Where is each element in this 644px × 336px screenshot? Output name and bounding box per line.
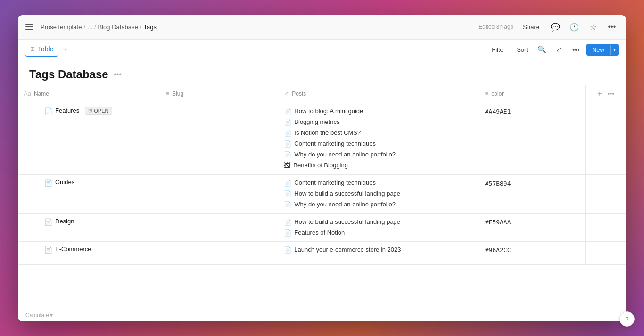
- extra-cell-2: [586, 213, 626, 241]
- help-button[interactable]: ?: [619, 311, 635, 327]
- post-text-1-2: Why do you need an online portfolio?: [294, 200, 396, 209]
- more-toolbar-icon[interactable]: •••: [570, 43, 583, 56]
- post-item-0-3[interactable]: 📄Content marketing techniques: [284, 139, 473, 148]
- row-add-button-2[interactable]: +: [24, 219, 32, 227]
- name-col-icon: Aa: [24, 90, 31, 97]
- add-view-button[interactable]: +: [60, 44, 71, 55]
- search-icon[interactable]: 🔍: [536, 43, 549, 56]
- tab-table-label: Table: [38, 45, 53, 53]
- breadcrumb-parent[interactable]: Blog Database: [98, 24, 138, 31]
- post-item-1-0[interactable]: 📄Content marketing techniques: [284, 179, 473, 188]
- row-add-button-1[interactable]: +: [24, 180, 32, 188]
- page-menu-button[interactable]: •••: [112, 69, 124, 80]
- name-icon-0: 📄: [44, 107, 52, 115]
- data-table: Aa Name ≡ Slug ↗ Posts: [18, 85, 626, 265]
- post-item-2-1[interactable]: 📄Features of Notion: [284, 229, 473, 238]
- post-text-0-4: Why do you need an online portfolio?: [294, 150, 396, 159]
- color-value-2: #E59AAA: [485, 219, 511, 226]
- main-window: Prose template / ... / Blog Database / T…: [18, 15, 626, 321]
- post-item-3-0[interactable]: 📄Launch your e-commerce store in 2023: [284, 246, 473, 254]
- post-item-0-5[interactable]: 🖼Benefits of Blogging: [284, 161, 473, 171]
- more-options-icon[interactable]: •••: [605, 20, 619, 33]
- menu-icon[interactable]: [25, 22, 35, 32]
- table-row: + ⠿ 📄 Features ⊡OPEN 📄How to blog: A min…: [18, 103, 626, 175]
- favorite-icon[interactable]: ☆: [586, 20, 600, 33]
- post-icon-1-2: 📄: [284, 201, 291, 209]
- post-item-1-2[interactable]: 📄Why do you need an online portfolio?: [284, 200, 473, 209]
- post-item-1-1[interactable]: 📄How to build a successful landing page: [284, 189, 473, 198]
- toolbar: ⊞ Table + Filter Sort 🔍 ⤢ ••• New ▾: [18, 40, 626, 60]
- slug-col-label: Slug: [172, 90, 183, 97]
- col-header-color: ≡ color: [479, 85, 586, 103]
- name-cell-1[interactable]: + ⠿ 📄 Guides: [18, 175, 160, 214]
- color-value-3: #96A2CC: [485, 246, 511, 254]
- posts-cell-0: 📄How to blog: A mini guide📄Blogging metr…: [278, 103, 479, 175]
- history-icon[interactable]: 🕐: [568, 20, 581, 33]
- post-text-0-0: How to blog: A mini guide: [294, 107, 363, 115]
- open-icon-0: ⊡: [88, 108, 92, 113]
- post-item-0-0[interactable]: 📄How to blog: A mini guide: [284, 107, 473, 116]
- post-item-0-2[interactable]: 📄Is Notion the best CMS?: [284, 129, 473, 138]
- name-cell-0[interactable]: + ⠿ 📄 Features ⊡OPEN: [18, 103, 160, 175]
- new-button-group: New ▾: [586, 44, 619, 56]
- name-cell-3[interactable]: + ⠿ 📄 E-Commerce: [18, 241, 160, 264]
- row-add-button-3[interactable]: +: [24, 246, 32, 255]
- link-icon[interactable]: ⤢: [553, 43, 566, 56]
- row-drag-button-2[interactable]: ⠿: [33, 219, 41, 227]
- posts-col-icon: ↗: [284, 90, 289, 97]
- comments-icon[interactable]: 💬: [549, 20, 562, 33]
- color-col-icon: ≡: [485, 90, 489, 97]
- tab-table[interactable]: ⊞ Table: [25, 42, 58, 57]
- breadcrumb-root[interactable]: Prose template: [41, 24, 82, 31]
- table-row: + ⠿ 📄 Guides 📄Content marketing techniqu…: [18, 175, 626, 214]
- post-text-0-1: Blogging metrics: [294, 118, 339, 126]
- post-icon-3-0: 📄: [284, 246, 291, 254]
- more-columns-button[interactable]: •••: [606, 88, 617, 99]
- row-drag-button-3[interactable]: ⠿: [33, 246, 41, 255]
- table-header-row: Aa Name ≡ Slug ↗ Posts: [18, 85, 626, 103]
- post-icon-2-0: 📄: [284, 218, 291, 227]
- row-drag-button-0[interactable]: ⠿: [33, 108, 41, 116]
- color-col-label: color: [491, 90, 504, 97]
- breadcrumb-ellipsis[interactable]: ...: [87, 24, 92, 31]
- open-badge-0[interactable]: ⊡OPEN: [85, 107, 112, 115]
- sort-button[interactable]: Sort: [513, 44, 532, 55]
- col-header-add: + •••: [586, 85, 626, 103]
- post-text-2-0: How to build a successful landing page: [294, 218, 400, 226]
- new-button[interactable]: New: [586, 44, 610, 56]
- posts-cell-1: 📄Content marketing techniques📄How to bui…: [278, 175, 479, 214]
- page-header: Tags Database •••: [18, 60, 626, 85]
- color-value-0: #A49AE1: [485, 108, 511, 115]
- calculate-button[interactable]: Calculate ▾: [25, 312, 53, 319]
- post-text-1-0: Content marketing techniques: [294, 179, 376, 187]
- add-column-button[interactable]: +: [595, 88, 603, 100]
- slug-cell-2: [160, 213, 278, 241]
- table-row: + ⠿ 📄 E-Commerce 📄Launch your e-commerce…: [18, 241, 626, 264]
- titlebar: Prose template / ... / Blog Database / T…: [18, 15, 626, 40]
- toolbar-right: Filter Sort 🔍 ⤢ ••• New ▾: [488, 43, 619, 56]
- post-item-0-4[interactable]: 📄Why do you need an online portfolio?: [284, 150, 473, 159]
- row-add-button-0[interactable]: +: [24, 108, 32, 116]
- name-icon-1: 📄: [44, 179, 52, 187]
- titlebar-left: Prose template / ... / Blog Database / T…: [25, 22, 157, 32]
- slug-cell-1: [160, 175, 278, 214]
- table-container[interactable]: Aa Name ≡ Slug ↗ Posts: [18, 85, 626, 309]
- new-button-chevron[interactable]: ▾: [610, 45, 619, 55]
- share-button[interactable]: Share: [519, 22, 543, 33]
- row-drag-button-1[interactable]: ⠿: [33, 180, 41, 188]
- extra-cell-3: [586, 241, 626, 264]
- name-cell-2[interactable]: + ⠿ 📄 Design: [18, 213, 160, 241]
- slug-col-icon: ≡: [166, 90, 170, 97]
- post-item-2-0[interactable]: 📄How to build a successful landing page: [284, 218, 473, 227]
- filter-button[interactable]: Filter: [488, 44, 509, 55]
- name-icon-2: 📄: [44, 218, 52, 226]
- color-cell-2: #E59AAA ⎘: [479, 213, 586, 241]
- breadcrumb-sep-1: /: [83, 24, 85, 31]
- post-icon-0-2: 📄: [284, 129, 291, 138]
- post-text-0-5: Benefits of Blogging: [293, 161, 348, 170]
- post-item-0-1[interactable]: 📄Blogging metrics: [284, 118, 473, 127]
- name-icon-3: 📄: [44, 246, 52, 254]
- color-cell-0: #A49AE1 ⎘: [479, 103, 586, 175]
- post-text-1-1: How to build a successful landing page: [294, 189, 400, 198]
- col-header-slug: ≡ Slug: [160, 85, 278, 103]
